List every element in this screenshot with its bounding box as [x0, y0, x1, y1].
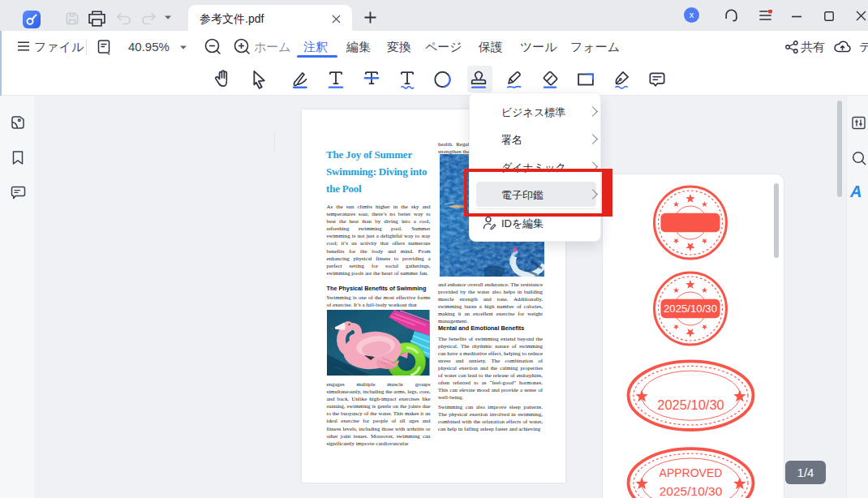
svg-text:APPROVED: APPROVED	[660, 466, 723, 479]
svg-text:2025/10/30: 2025/10/30	[657, 397, 724, 412]
svg-text:2025/10/30: 2025/10/30	[660, 484, 723, 498]
svg-text:2025/10/30: 2025/10/30	[664, 303, 717, 315]
